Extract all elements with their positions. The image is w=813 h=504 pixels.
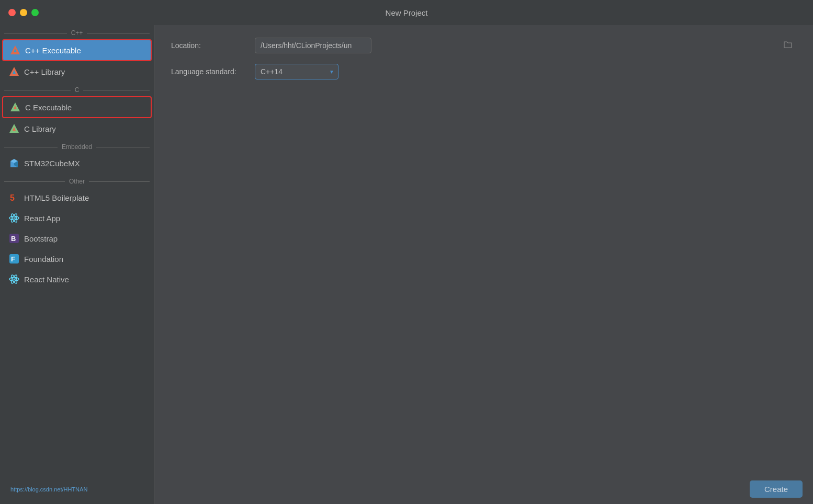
react-app-icon bbox=[8, 212, 20, 224]
sidebar-item-bootstrap[interactable]: B Bootstrap bbox=[2, 228, 152, 248]
sidebar-item-label: C++ Library bbox=[24, 67, 65, 76]
sidebar-item-stm32[interactable]: STM32CubeMX bbox=[2, 153, 152, 173]
sidebar-item-react-native[interactable]: React Native bbox=[2, 269, 152, 289]
language-row: Language standard: C++98 C++03 C++11 C++… bbox=[171, 64, 796, 79]
location-input[interactable] bbox=[255, 38, 371, 53]
location-label: Location: bbox=[171, 41, 255, 50]
sidebar-item-cpp-executable[interactable]: C++ Executable bbox=[2, 39, 152, 61]
main-content: C++ C++ Executable bbox=[0, 25, 813, 504]
foundation-icon: F bbox=[8, 253, 20, 265]
sidebar-item-label: C Library bbox=[24, 124, 56, 133]
sidebar-item-label: Foundation bbox=[24, 255, 63, 264]
react-native-icon bbox=[8, 273, 20, 285]
footer: https://blog.csdn.net/HHTNAN Create bbox=[0, 474, 813, 504]
svg-text:B: B bbox=[11, 235, 16, 243]
window-title: New Project bbox=[386, 8, 428, 17]
language-label: Language standard: bbox=[171, 67, 255, 76]
sidebar-item-label: STM32CubeMX bbox=[24, 159, 80, 168]
right-panel: Location: Language standard: C++98 bbox=[154, 25, 813, 504]
section-label-cpp: C++ bbox=[0, 25, 154, 39]
window: New Project C++ C++ Executable bbox=[0, 0, 813, 504]
svg-text:F: F bbox=[11, 255, 15, 263]
minimize-button[interactable] bbox=[20, 9, 27, 16]
language-select-wrapper: C++98 C++03 C++11 C++14 C++17 C++20 ▼ bbox=[255, 64, 338, 79]
sidebar-item-react-app[interactable]: React App bbox=[2, 208, 152, 228]
sidebar-item-c-library[interactable]: C Library bbox=[2, 119, 152, 139]
triangle-c-lib-icon bbox=[8, 123, 20, 134]
maximize-button[interactable] bbox=[31, 9, 39, 16]
footer-url: https://blog.csdn.net/HHTNAN bbox=[10, 486, 87, 492]
sidebar-item-cpp-library[interactable]: C++ Library bbox=[2, 62, 152, 82]
sidebar-item-label: React App bbox=[24, 214, 60, 223]
sidebar-item-label: React Native bbox=[24, 275, 69, 284]
sidebar-item-c-executable[interactable]: C Executable bbox=[2, 96, 152, 118]
location-input-wrapper bbox=[255, 38, 796, 53]
triangle-cpp-icon bbox=[9, 44, 21, 56]
section-label-c: C bbox=[0, 82, 154, 96]
svg-point-24 bbox=[14, 279, 15, 280]
language-select[interactable]: C++98 C++03 C++11 C++14 C++17 C++20 bbox=[255, 64, 338, 79]
sidebar-item-label: C Executable bbox=[25, 103, 72, 112]
bootstrap-icon: B bbox=[8, 233, 20, 244]
sidebar: C++ C++ Executable bbox=[0, 25, 154, 504]
html5-icon: 5 bbox=[8, 192, 20, 203]
sidebar-item-label: C++ Executable bbox=[25, 46, 81, 55]
section-label-embedded: Embedded bbox=[0, 139, 154, 153]
sidebar-item-foundation[interactable]: F Foundation bbox=[2, 249, 152, 269]
sidebar-item-label: Bootstrap bbox=[24, 234, 58, 243]
create-button[interactable]: Create bbox=[750, 480, 803, 498]
svg-point-16 bbox=[14, 217, 15, 219]
triangle-cpp-lib-icon bbox=[8, 66, 20, 77]
triangle-c-icon bbox=[9, 101, 21, 113]
section-label-other: Other bbox=[0, 174, 154, 187]
sidebar-item-label: HTML5 Boilerplate bbox=[24, 193, 89, 202]
window-controls bbox=[8, 9, 39, 16]
titlebar: New Project bbox=[0, 0, 813, 25]
cube-icon bbox=[8, 157, 20, 169]
location-row: Location: bbox=[171, 38, 796, 53]
close-button[interactable] bbox=[8, 9, 16, 16]
folder-browse-button[interactable] bbox=[784, 40, 792, 51]
sidebar-item-html5[interactable]: 5 HTML5 Boilerplate bbox=[2, 188, 152, 208]
svg-text:5: 5 bbox=[10, 193, 15, 202]
